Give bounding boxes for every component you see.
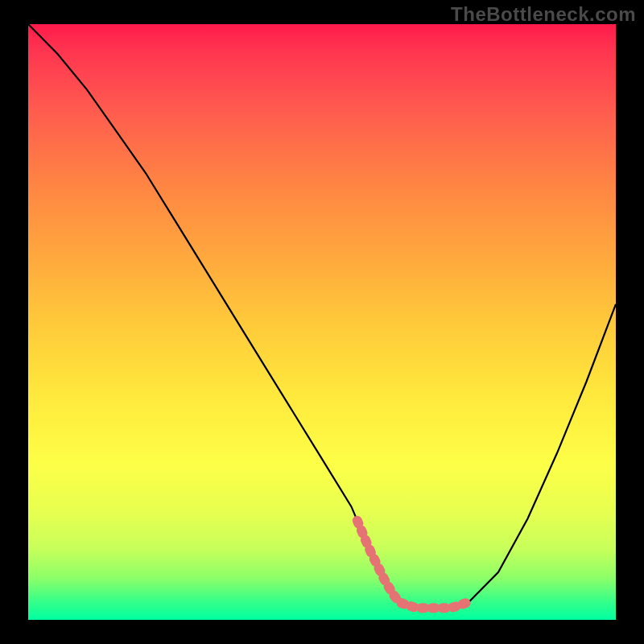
- bottleneck-curve-path: [28, 24, 616, 608]
- watermark-text: TheBottleneck.com: [451, 3, 636, 26]
- chart-container: TheBottleneck.com: [0, 0, 644, 644]
- plot-area: [28, 24, 616, 620]
- curve-svg: [28, 24, 616, 620]
- bottleneck-highlight-path: [357, 521, 469, 609]
